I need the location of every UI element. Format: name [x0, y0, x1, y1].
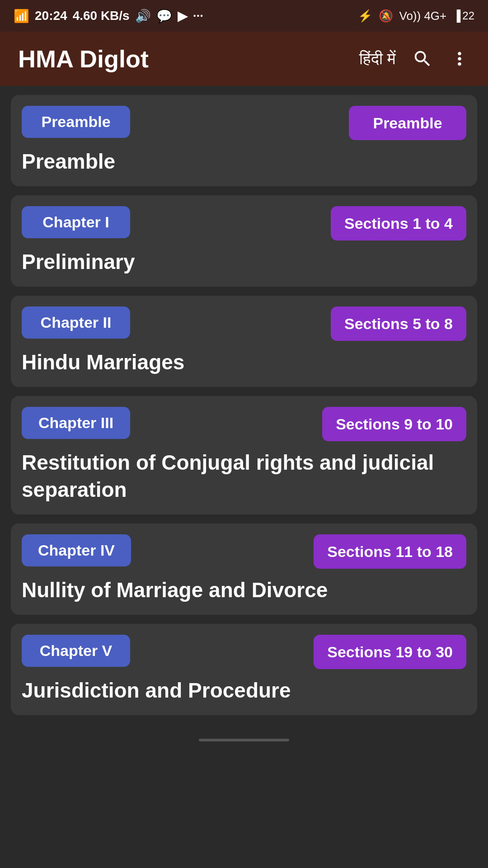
status-left: 📶 20:24 4.60 KB/s 🔊 💬 ▶ ···	[14, 9, 203, 24]
card-1[interactable]: Chapter ISections 1 to 4Preliminary	[11, 195, 477, 287]
card-header-0: PreamblePreamble	[22, 106, 466, 140]
status-right: ⚡ 🔕 Vo)) 4G+ ▐ 22	[358, 9, 475, 23]
alarm-icon: 🔕	[379, 9, 393, 23]
chapter-badge-1[interactable]: Chapter I	[22, 206, 130, 238]
card-title-4: Nullity of Marriage and Divorce	[22, 577, 466, 604]
card-3[interactable]: Chapter IIISections 9 to 10Restitution o…	[11, 396, 477, 514]
audio-icon: 🔊	[135, 9, 151, 24]
sections-badge-3[interactable]: Sections 9 to 10	[322, 407, 466, 441]
sections-badge-2[interactable]: Sections 5 to 8	[331, 307, 466, 341]
bluetooth-icon: ⚡	[358, 9, 372, 23]
network-icon: Vo)) 4G+	[399, 9, 447, 23]
card-title-0: Preamble	[22, 148, 466, 175]
sections-badge-4[interactable]: Sections 11 to 18	[314, 534, 466, 569]
battery-display: ▐ 22	[453, 9, 474, 22]
menu-button[interactable]	[449, 48, 470, 69]
card-header-1: Chapter ISections 1 to 4	[22, 206, 466, 241]
status-bar: 📶 20:24 4.60 KB/s 🔊 💬 ▶ ··· ⚡ 🔕 Vo)) 4G+…	[0, 0, 488, 32]
messenger-icon: 💬	[156, 9, 172, 24]
nav-indicator	[199, 739, 289, 741]
chapter-badge-2[interactable]: Chapter II	[22, 307, 130, 339]
card-0[interactable]: PreamblePreamblePreamble	[11, 95, 477, 186]
hindi-language-button[interactable]: हिंदी में	[359, 49, 396, 68]
chapter-badge-5[interactable]: Chapter V	[22, 635, 130, 667]
card-2[interactable]: Chapter IISections 5 to 8Hindu Marriages	[11, 296, 477, 387]
card-header-2: Chapter IISections 5 to 8	[22, 307, 466, 341]
card-4[interactable]: Chapter IVSections 11 to 18Nullity of Ma…	[11, 524, 477, 615]
sections-badge-5[interactable]: Sections 19 to 30	[314, 635, 466, 669]
chapter-badge-3[interactable]: Chapter III	[22, 407, 130, 439]
battery-level: ▐	[453, 9, 460, 22]
card-header-4: Chapter IVSections 11 to 18	[22, 534, 466, 569]
card-header-3: Chapter IIISections 9 to 10	[22, 407, 466, 441]
signal-icon: 📶	[14, 9, 29, 24]
card-title-2: Hindu Marriages	[22, 349, 466, 376]
app-bar-actions: हिंदी में	[359, 48, 470, 69]
content-area: PreamblePreamblePreambleChapter ISection…	[0, 86, 488, 724]
card-title-1: Preliminary	[22, 249, 466, 276]
more-icon: ···	[193, 9, 203, 23]
nav-bar	[0, 724, 488, 760]
card-title-3: Restitution of Conjugal rights and judic…	[22, 449, 466, 504]
card-header-5: Chapter VSections 19 to 30	[22, 635, 466, 669]
app-bar: HMA Diglot हिंदी में	[0, 32, 488, 86]
time-display: 20:24	[35, 9, 67, 23]
chapter-badge-4[interactable]: Chapter IV	[22, 534, 131, 566]
battery-value: 22	[462, 9, 474, 22]
youtube-icon: ▶	[178, 9, 188, 24]
sections-badge-1[interactable]: Sections 1 to 4	[331, 206, 466, 241]
sections-badge-0[interactable]: Preamble	[349, 106, 466, 140]
chapter-badge-0[interactable]: Preamble	[22, 106, 130, 138]
app-title: HMA Diglot	[18, 45, 149, 73]
search-button[interactable]	[412, 48, 433, 69]
card-title-5: Jurisdiction and Procedure	[22, 677, 466, 704]
speed-display: 4.60 KB/s	[73, 9, 130, 23]
card-5[interactable]: Chapter VSections 19 to 30Jurisdiction a…	[11, 624, 477, 715]
